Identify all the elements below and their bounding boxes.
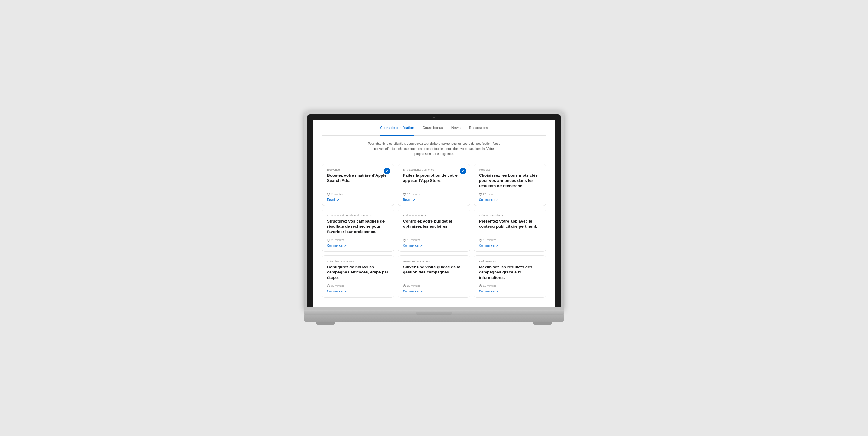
nav-tabs: Cours de certification Cours bonus News … xyxy=(322,126,546,136)
card-link[interactable]: Commencer ↗ xyxy=(403,290,465,293)
card-1[interactable]: Bienvenue Boostez votre maîtrise d'Apple… xyxy=(322,164,394,206)
card-duration: 20 minutes xyxy=(479,193,541,196)
card-duration: 20 minutes xyxy=(327,284,389,287)
clock-icon xyxy=(403,284,406,287)
card-title: Contrôlez votre budget et optimisez les … xyxy=(403,219,465,237)
card-7[interactable]: Créer des campagnes Configurez de nouvel… xyxy=(322,255,394,298)
clock-icon xyxy=(403,238,406,241)
completed-badge xyxy=(460,168,466,174)
clock-icon xyxy=(479,238,482,241)
card-category: Emplacements d'annonce xyxy=(403,168,465,171)
clock-icon xyxy=(327,284,330,287)
tab-bonus[interactable]: Cours bonus xyxy=(423,126,443,133)
card-duration: 10 minutes xyxy=(479,284,541,287)
card-category: Campagnes de résultats de recherche xyxy=(327,214,389,217)
card-category: Gérer des campagnes xyxy=(403,260,465,263)
card-link[interactable]: Revoir ↗ xyxy=(327,198,389,201)
card-duration: 10 minutes xyxy=(403,193,465,196)
card-category: Performances xyxy=(479,260,541,263)
card-link[interactable]: Commencer ↗ xyxy=(479,198,541,201)
card-title: Maximisez les résultats des campagnes gr… xyxy=(479,264,541,283)
card-category: Bienvenue xyxy=(327,168,389,171)
card-5[interactable]: Budget et enchères Contrôlez votre budge… xyxy=(398,209,470,252)
card-3[interactable]: Mots-clés Choisissez les bons mots clés … xyxy=(474,164,546,206)
clock-icon xyxy=(327,193,330,196)
card-duration: 2 minutes xyxy=(327,193,389,196)
laptop-container: Cours de certification Cours bonus News … xyxy=(304,111,564,324)
card-2[interactable]: Emplacements d'annonce Faites la promoti… xyxy=(398,164,470,206)
completed-badge xyxy=(384,168,390,174)
card-title: Boostez votre maîtrise d'Apple Search Ad… xyxy=(327,173,389,191)
clock-icon xyxy=(479,193,482,196)
laptop-feet xyxy=(304,322,564,325)
page-description: Pour obtenir la certification, vous deve… xyxy=(368,141,500,156)
card-category: Mots-clés xyxy=(479,168,541,171)
card-title: Choisissez les bons mots clés pour vos a… xyxy=(479,173,541,191)
card-8[interactable]: Gérer des campagnes Suivez une visite gu… xyxy=(398,255,470,298)
card-title: Présentez votre app avec le contenu publ… xyxy=(479,219,541,237)
card-duration: 20 minutes xyxy=(403,284,465,287)
tab-certification[interactable]: Cours de certification xyxy=(380,126,414,133)
card-4[interactable]: Campagnes de résultats de recherche Stru… xyxy=(322,209,394,252)
camera xyxy=(433,117,435,118)
clock-icon xyxy=(403,193,406,196)
laptop-foot-left xyxy=(316,322,335,325)
card-category: Créer des campagnes xyxy=(327,260,389,263)
laptop-foot-right xyxy=(533,322,552,325)
tab-news[interactable]: News xyxy=(452,126,461,133)
card-6[interactable]: Création publicitaire Présentez votre ap… xyxy=(474,209,546,252)
screen-bezel: Cours de certification Cours bonus News … xyxy=(307,114,561,306)
card-title: Suivez une visite guidée de la gestion d… xyxy=(403,264,465,283)
card-link[interactable]: Commencer ↗ xyxy=(403,244,465,247)
laptop-base xyxy=(304,310,564,315)
laptop-stand xyxy=(304,315,564,322)
clock-icon xyxy=(327,238,330,241)
clock-icon xyxy=(479,284,482,287)
card-link[interactable]: Commencer ↗ xyxy=(327,290,389,293)
card-title: Faites la promotion de votre app sur l'A… xyxy=(403,173,465,191)
card-category: Création publicitaire xyxy=(479,214,541,217)
card-duration: 20 minutes xyxy=(327,238,389,241)
card-link[interactable]: Revoir ↗ xyxy=(403,198,465,201)
cards-grid: Bienvenue Boostez votre maîtrise d'Apple… xyxy=(322,164,546,298)
card-title: Structurez vos campagnes de résultats de… xyxy=(327,219,389,237)
card-duration: 15 minutes xyxy=(479,238,541,241)
tab-resources[interactable]: Ressources xyxy=(469,126,488,133)
card-link[interactable]: Commencer ↗ xyxy=(479,290,541,293)
card-9[interactable]: Performances Maximisez les résultats des… xyxy=(474,255,546,298)
laptop-lid: Cours de certification Cours bonus News … xyxy=(304,111,564,309)
card-title: Configurez de nouvelles campagnes effica… xyxy=(327,264,389,283)
laptop-screen: Cours de certification Cours bonus News … xyxy=(313,120,555,306)
card-category: Budget et enchères xyxy=(403,214,465,217)
screen-content: Cours de certification Cours bonus News … xyxy=(313,120,555,306)
card-duration: 15 minutes xyxy=(403,238,465,241)
card-link[interactable]: Commencer ↗ xyxy=(479,244,541,247)
card-link[interactable]: Commencer ↗ xyxy=(327,244,389,247)
